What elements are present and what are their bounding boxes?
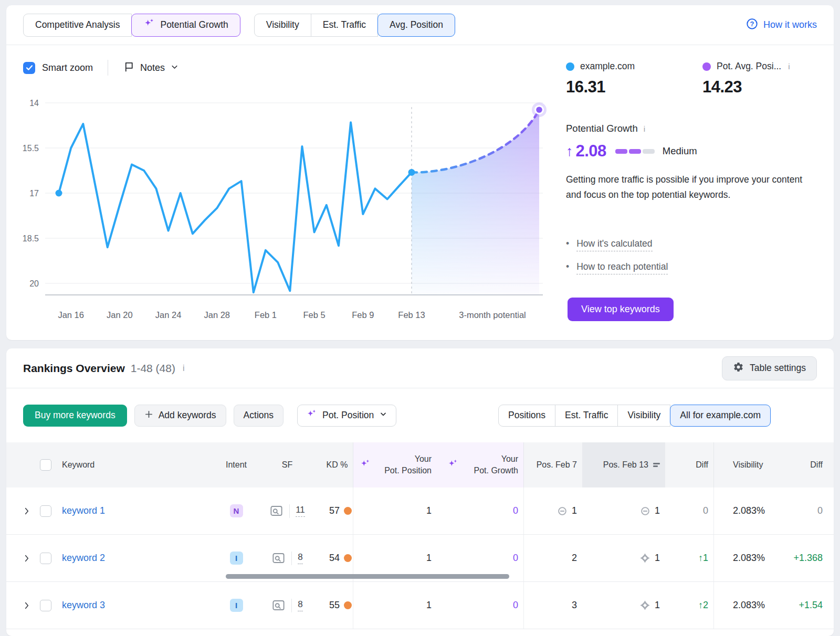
serp-features-count[interactable]: 8 [298, 552, 302, 564]
kd-level-dot [344, 507, 352, 515]
expand-row-icon[interactable] [22, 554, 32, 563]
row-checkbox[interactable] [40, 505, 51, 517]
chart-controls: Smart zoom Notes [23, 56, 179, 80]
tab-visibility[interactable]: Visibility [254, 14, 311, 37]
buy-more-keywords-button[interactable]: Buy more keywords [23, 405, 127, 427]
svg-text:Jan 20: Jan 20 [107, 310, 133, 320]
metric-switcher: Visibility Est. Traffic Avg. Position [254, 14, 455, 37]
diamond-icon [639, 599, 651, 611]
col-your-pot-position[interactable]: YourPot. Position [353, 442, 437, 487]
avg-position-chart[interactable]: 1415.51718.520Jan 16Jan 20Jan 24Jan 28Fe… [12, 94, 547, 335]
potential-growth-card: Competitive Analysis Potential Growth Vi… [6, 5, 834, 340]
smart-zoom-label: Smart zoom [42, 62, 93, 73]
question-circle-icon: ? [746, 18, 758, 33]
svg-text:Feb 13: Feb 13 [398, 310, 425, 320]
col-sf[interactable]: SF [253, 442, 321, 487]
tab-est-traffic[interactable]: Est. Traffic [311, 14, 378, 37]
table-row: keyword 3I8551031↑22.083%+1.54 [6, 582, 834, 629]
info-icon[interactable]: i [787, 62, 790, 71]
growth-level-label: Medium [663, 145, 697, 157]
tab-est-traffic-table[interactable]: Est. Traffic [555, 405, 618, 427]
col-your-pot-growth[interactable]: YourPot. Growth [437, 442, 523, 487]
link-icon [639, 505, 651, 517]
chart-toolbar: Competitive Analysis Potential Growth Vi… [6, 5, 834, 45]
potential-growth-links: How it's calculated How to reach potenti… [566, 238, 668, 284]
col-pos-feb-13[interactable]: Pos. Feb 13 [582, 442, 665, 487]
svg-text:Feb 9: Feb 9 [352, 310, 374, 320]
smart-zoom-checkbox[interactable] [23, 62, 35, 74]
col-kd[interactable]: KD % [321, 442, 353, 487]
diff-cell: ↑1 [665, 535, 713, 581]
notes-dropdown[interactable]: Notes [123, 61, 179, 75]
row-checkbox[interactable] [40, 600, 51, 611]
diamond-icon [639, 552, 651, 564]
info-icon[interactable]: i [182, 364, 185, 373]
serp-features-icon[interactable] [271, 598, 286, 612]
select-all-checkbox[interactable] [40, 459, 51, 471]
visibility-diff-cell: +1.368 [792, 535, 828, 581]
tab-potential-growth[interactable]: Potential Growth [131, 14, 240, 37]
kd-value: 55 [329, 600, 340, 611]
svg-text:?: ? [750, 19, 754, 27]
how-to-reach-potential-link[interactable]: How to reach potential [576, 261, 668, 274]
tab-all-for-example-com[interactable]: All for example.com [670, 405, 771, 427]
pos-feb13-cell: 1 [582, 582, 665, 629]
add-keywords-button[interactable]: Add keywords [134, 405, 226, 427]
col-visibility[interactable]: Visibility [713, 442, 792, 487]
view-top-keywords-button[interactable]: View top keywords [568, 298, 674, 321]
pot-position-dropdown[interactable]: Pot. Position [297, 405, 396, 427]
serp-features-icon[interactable] [271, 551, 286, 565]
visibility-cell: 2.083% [713, 535, 792, 581]
svg-text:Jan 24: Jan 24 [155, 310, 182, 320]
sparkle-icon [306, 409, 317, 422]
horizontal-scrollbar[interactable] [226, 574, 509, 579]
intent-badge[interactable]: I [230, 599, 243, 612]
growth-level-bar [615, 149, 655, 154]
visibility-diff-cell: +1.54 [792, 582, 828, 629]
keyword-link[interactable]: keyword 3 [62, 600, 105, 611]
tab-positions[interactable]: Positions [498, 405, 555, 427]
pos-feb7-cell: 1 [523, 487, 582, 534]
row-checkbox[interactable] [40, 553, 51, 564]
potential-growth-delta: ↑ 2.08 Medium [566, 142, 697, 161]
visibility-cell: 2.083% [713, 582, 792, 629]
info-icon[interactable]: i [643, 124, 645, 133]
col-diff-2[interactable]: Diff [792, 442, 828, 487]
serp-features-count[interactable]: 11 [296, 505, 305, 517]
col-intent[interactable]: Intent [219, 442, 253, 487]
intent-badge[interactable]: I [230, 552, 243, 565]
rankings-range: 1-48 (48) [131, 362, 175, 375]
col-pos-feb-7[interactable]: Pos. Feb 7 [523, 442, 582, 487]
expand-row-icon[interactable] [22, 506, 32, 516]
sparkle-icon [447, 459, 458, 472]
keyword-link[interactable]: keyword 1 [62, 505, 105, 516]
kd-value: 57 [329, 505, 340, 516]
table-header-row: Keyword Intent SF KD % YourPot. Position… [6, 442, 834, 487]
kd-level-dot [344, 601, 352, 609]
svg-text:18.5: 18.5 [23, 234, 39, 243]
actions-button[interactable]: Actions [234, 405, 284, 427]
pos-feb13-cell: 1 [582, 487, 665, 534]
table-row: keyword 1N1157101102.083%0 [6, 487, 834, 535]
how-its-calculated-link[interactable]: How it's calculated [576, 238, 652, 251]
serp-features-count[interactable]: 8 [298, 599, 302, 611]
tab-avg-position[interactable]: Avg. Position [377, 14, 455, 37]
link-icon [556, 505, 568, 517]
current-avg-position-value: 16.31 [566, 78, 605, 97]
col-diff[interactable]: Diff [665, 442, 713, 487]
keyword-link[interactable]: keyword 2 [62, 553, 105, 564]
serp-features-icon[interactable] [269, 504, 284, 518]
col-keyword[interactable]: Keyword [62, 442, 219, 487]
divider [108, 60, 108, 76]
table-settings-button[interactable]: Table settings [722, 356, 817, 380]
table-body: keyword 1N1157101102.083%0keyword 2I8541… [6, 487, 834, 629]
intent-badge[interactable]: N [230, 504, 243, 517]
expand-row-icon[interactable] [22, 601, 32, 610]
tab-competitive-analysis[interactable]: Competitive Analysis [23, 14, 132, 37]
how-it-works-link[interactable]: ? How it works [746, 18, 817, 33]
kd-level-dot [344, 554, 352, 562]
gear-icon [733, 362, 744, 375]
tab-visibility-table[interactable]: Visibility [617, 405, 670, 427]
sparkle-icon [143, 18, 155, 32]
svg-text:20: 20 [29, 279, 39, 288]
